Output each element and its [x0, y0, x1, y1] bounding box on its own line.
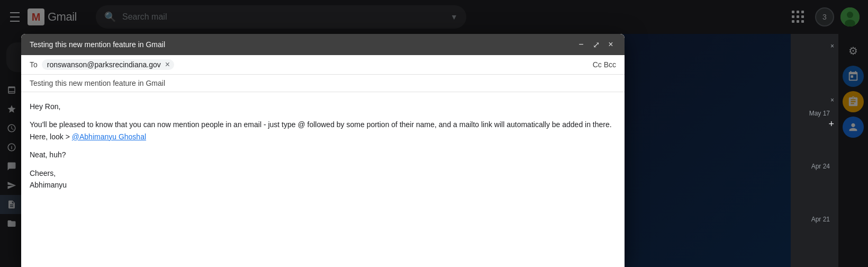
compose-body[interactable]: Hey Ron, You'll be pleased to know that … [21, 92, 625, 267]
cc-bcc-button[interactable]: Cc Bcc [593, 60, 616, 69]
compose-subject-text: Testing this new mention feature in Gmai… [30, 79, 165, 87]
x-icon-2[interactable]: × [830, 96, 834, 104]
recipient-email: ronswanson@parksrecindiana.gov [47, 60, 161, 69]
recipient-chip[interactable]: ronswanson@parksrecindiana.gov × [42, 59, 174, 70]
to-label: To [30, 60, 38, 69]
body-main-text: You'll be pleased to know that you can n… [30, 119, 616, 143]
add-icon[interactable]: + [828, 119, 834, 129]
compose-subject-row: Testing this new mention feature in Gmai… [21, 75, 625, 92]
maximize-button[interactable]: ⤢ [591, 39, 601, 50]
date-label-1: May 17 [805, 108, 834, 119]
close-button[interactable]: × [605, 39, 616, 50]
mention-link[interactable]: @Abhimanyu Ghoshal [72, 132, 146, 141]
compose-dialog-title: Testing this new mention feature in Gmai… [30, 40, 165, 49]
date-label-3: Apr 21 [807, 213, 834, 225]
body-signature: Cheers,Abhimanyu [30, 167, 616, 191]
compose-dialog-header: Testing this new mention feature in Gmai… [21, 34, 625, 55]
body-neat: Neat, huh? [30, 149, 616, 161]
x-icon-1[interactable]: × [830, 42, 834, 50]
minimize-button[interactable]: − [576, 39, 586, 50]
compose-to-row: To ronswanson@parksrecindiana.gov × Cc B… [21, 55, 625, 75]
chip-remove-icon[interactable]: × [165, 60, 170, 69]
compose-dialog: Testing this new mention feature in Gmai… [21, 34, 625, 267]
compose-dialog-actions: − ⤢ × [576, 39, 616, 50]
side-date-panel: × × May 17 Apr 24 Apr 21 + [791, 34, 838, 267]
date-label-2: Apr 24 [807, 161, 834, 172]
body-greeting: Hey Ron, [30, 101, 616, 112]
